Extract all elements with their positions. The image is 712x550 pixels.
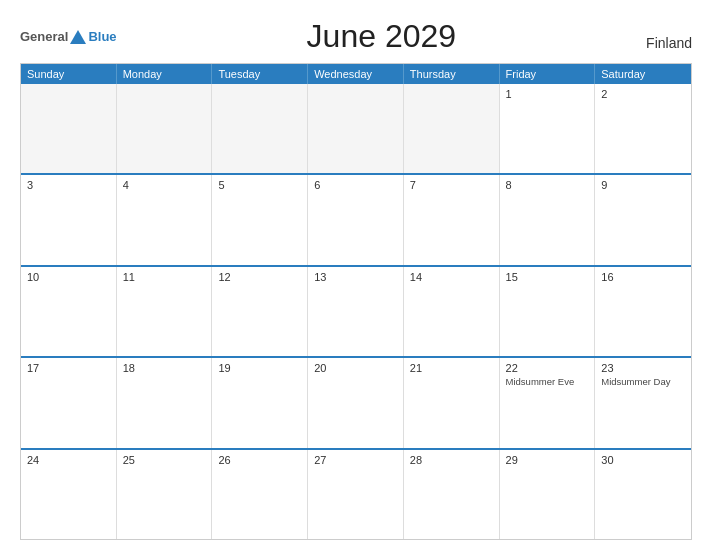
day-cell: 16 [595,267,691,356]
day-cell: 14 [404,267,500,356]
week-row: 171819202122Midsummer Eve23Midsummer Day [21,356,691,447]
header: General Blue June 2029 Finland [20,18,692,55]
day-number: 1 [506,88,589,100]
day-cell: 19 [212,358,308,447]
week-row: 10111213141516 [21,265,691,356]
day-cell: 6 [308,175,404,264]
day-header: Sunday [21,64,117,84]
day-header: Saturday [595,64,691,84]
day-cell: 13 [308,267,404,356]
day-number: 10 [27,271,110,283]
day-cell: 25 [117,450,213,539]
event-label: Midsummer Eve [506,376,589,388]
day-number: 9 [601,179,685,191]
day-cell: 21 [404,358,500,447]
day-cell [212,84,308,173]
day-number: 20 [314,362,397,374]
day-header: Tuesday [212,64,308,84]
day-number: 2 [601,88,685,100]
day-cell [308,84,404,173]
day-cell: 22Midsummer Eve [500,358,596,447]
day-cell: 10 [21,267,117,356]
day-cell: 3 [21,175,117,264]
day-number: 30 [601,454,685,466]
day-number: 24 [27,454,110,466]
day-cell: 23Midsummer Day [595,358,691,447]
day-number: 6 [314,179,397,191]
day-number: 15 [506,271,589,283]
day-number: 11 [123,271,206,283]
day-cell: 7 [404,175,500,264]
day-cell: 26 [212,450,308,539]
logo-general-text: General [20,29,68,44]
week-row: 3456789 [21,173,691,264]
country-label: Finland [646,35,692,55]
day-number: 23 [601,362,685,374]
day-cell: 18 [117,358,213,447]
weeks-container: 12345678910111213141516171819202122Midsu… [21,84,691,539]
day-cell: 17 [21,358,117,447]
day-cell: 9 [595,175,691,264]
day-number: 12 [218,271,301,283]
page: General Blue June 2029 Finland SundayMon… [0,0,712,550]
day-number: 19 [218,362,301,374]
day-number: 16 [601,271,685,283]
day-number: 28 [410,454,493,466]
day-header: Wednesday [308,64,404,84]
day-cell: 29 [500,450,596,539]
day-number: 7 [410,179,493,191]
day-cell: 1 [500,84,596,173]
day-number: 27 [314,454,397,466]
day-number: 29 [506,454,589,466]
day-cell: 8 [500,175,596,264]
day-cell: 4 [117,175,213,264]
day-cell: 12 [212,267,308,356]
day-cell: 2 [595,84,691,173]
day-number: 3 [27,179,110,191]
logo-triangle-icon [70,30,86,44]
day-number: 26 [218,454,301,466]
day-cell: 5 [212,175,308,264]
day-number: 21 [410,362,493,374]
day-header: Thursday [404,64,500,84]
event-label: Midsummer Day [601,376,685,388]
day-cell: 20 [308,358,404,447]
day-header: Monday [117,64,213,84]
day-cell [117,84,213,173]
logo: General Blue [20,29,117,44]
day-number: 13 [314,271,397,283]
week-row: 12 [21,84,691,173]
day-number: 25 [123,454,206,466]
day-cell [21,84,117,173]
day-number: 18 [123,362,206,374]
day-number: 5 [218,179,301,191]
day-number: 22 [506,362,589,374]
day-number: 14 [410,271,493,283]
day-cell: 27 [308,450,404,539]
week-row: 24252627282930 [21,448,691,539]
day-cell: 11 [117,267,213,356]
day-headers-row: SundayMondayTuesdayWednesdayThursdayFrid… [21,64,691,84]
day-number: 17 [27,362,110,374]
day-cell: 24 [21,450,117,539]
logo-blue-text: Blue [88,29,116,44]
day-cell: 30 [595,450,691,539]
day-cell: 28 [404,450,500,539]
day-cell: 15 [500,267,596,356]
day-header: Friday [500,64,596,84]
day-number: 4 [123,179,206,191]
day-cell [404,84,500,173]
calendar: SundayMondayTuesdayWednesdayThursdayFrid… [20,63,692,540]
day-number: 8 [506,179,589,191]
calendar-title: June 2029 [117,18,646,55]
